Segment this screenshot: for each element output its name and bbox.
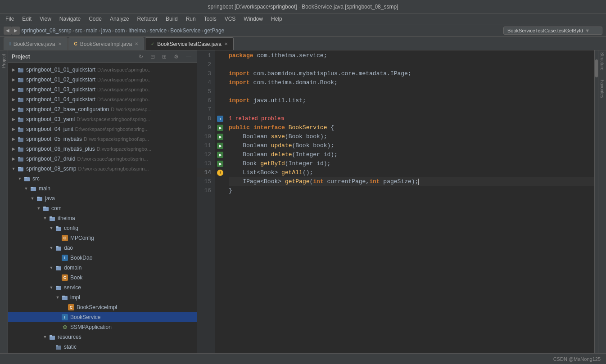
menu-edit[interactable]: Edit: [18, 15, 35, 23]
tree-item[interactable]: ▼service: [8, 283, 197, 292]
breadcrumb-item-java[interactable]: java: [101, 27, 111, 34]
tab-interface-icon: I: [9, 41, 11, 46]
tree-item-label: MPConfig: [70, 235, 94, 241]
tree-item[interactable]: ▶springboot_01_03_quickstartD:\workspace…: [8, 85, 197, 94]
tree-item[interactable]: ▼dao: [8, 243, 197, 253]
code-line: [229, 60, 594, 69]
tree-item[interactable]: ▶springboot_02_base_configurationD:\work…: [8, 104, 197, 114]
status-right-text: CSDN @MaNong125: [553, 356, 601, 362]
code-area[interactable]: package com.itheima.service;import com.b…: [225, 50, 594, 364]
tree-item[interactable]: CBookServiceImpl: [8, 302, 197, 312]
tree-item-icon: [61, 294, 68, 301]
code-line: public interface BookService {: [229, 123, 594, 132]
project-header-settings[interactable]: ⚙: [172, 53, 181, 61]
line-number: 8: [197, 114, 215, 123]
tree-item[interactable]: ▼main: [8, 184, 197, 193]
menu-window[interactable]: Window: [240, 15, 267, 23]
tab-bookserviceimpl-close[interactable]: ✕: [135, 41, 138, 46]
tree-item[interactable]: ▼java: [8, 193, 197, 203]
svg-rect-39: [56, 286, 59, 287]
tree-item[interactable]: ▶springboot_04_junitD:\workspace\springb…: [8, 124, 197, 134]
menu-view[interactable]: View: [36, 15, 55, 23]
line-numbers: 12345678910111213141516: [197, 50, 215, 364]
tree-item[interactable]: ▶springboot_03_yamlD:\workspace\springbo…: [8, 114, 197, 124]
tree-item[interactable]: ▼resources: [8, 332, 197, 342]
tree-item[interactable]: ▶springboot_05_mybatisD:\workspace\sprin…: [8, 134, 197, 144]
breadcrumb-item-src[interactable]: src: [75, 27, 82, 34]
tab-bookservicetestcase[interactable]: ✓ BookServiceTestCase.java ✕: [145, 37, 234, 50]
breadcrumb-item-itheima[interactable]: itheima: [128, 27, 146, 34]
tree-item[interactable]: ▼domain: [8, 263, 197, 273]
tree-item-label: springboot_04_junit: [26, 126, 73, 132]
tree-item[interactable]: ▶springboot_01_04_quickstartD:\workspace…: [8, 94, 197, 104]
gutter-arrow-icon: ▶: [217, 134, 223, 140]
line-number: 9: [197, 123, 215, 132]
tree-item-label: BookServiceImpl: [77, 304, 117, 310]
tree-item[interactable]: ▶springboot_07_druidD:\workspace\springb…: [8, 154, 197, 164]
svg-rect-5: [18, 88, 20, 89]
tree-item[interactable]: CBook: [8, 273, 197, 283]
breadcrumb-item-service[interactable]: service: [149, 27, 167, 34]
code-line: IPage<Book> getPage(int currentPage,int …: [229, 177, 594, 186]
tree-item-label: Book: [70, 274, 82, 281]
tree-item-icon: [36, 195, 43, 202]
breadcrumb-item-main[interactable]: main: [86, 27, 98, 34]
scroll-bar[interactable]: [594, 50, 598, 364]
svg-rect-25: [31, 187, 33, 188]
code-line: [229, 105, 594, 114]
tree-item[interactable]: ✿SSMPApplication: [8, 322, 197, 332]
menu-analyze[interactable]: Analyze: [106, 15, 133, 23]
project-header-collapse[interactable]: ⊟: [149, 53, 157, 61]
menu-help[interactable]: Help: [267, 15, 286, 23]
tree-item[interactable]: ▼springboot_08_ssmpD:\workspace\springbo…: [8, 164, 197, 174]
tree-item-icon: [30, 185, 37, 192]
gutter-cell: ▶: [215, 141, 225, 150]
tree-item[interactable]: IBookService: [8, 312, 197, 322]
menu-navigate[interactable]: Navigate: [56, 15, 84, 23]
project-panel-header: Project ↻ ⊟ ⊞ ⚙ —: [8, 50, 197, 63]
tree-item[interactable]: ▼itheima: [8, 213, 197, 223]
breadcrumb-item-project[interactable]: springboot_08_ssmp: [21, 27, 71, 34]
tree-item[interactable]: ▼impl: [8, 292, 197, 302]
lookup-bar[interactable]: BookServiceTestCase.testGetById ▼: [503, 27, 602, 35]
gutter-cell: I: [215, 114, 225, 123]
breadcrumb-item-com[interactable]: com: [115, 27, 125, 34]
tree-item[interactable]: ▶springboot_06_mybatis_plusD:\workspace\…: [8, 144, 197, 154]
tree-item-path: D:\workspace\springboot\spring...: [77, 117, 150, 122]
breadcrumb-nav-back[interactable]: ◀: [4, 27, 12, 35]
gutter-interface-icon: I: [217, 116, 223, 122]
menu-build[interactable]: Build: [162, 15, 181, 23]
structure-label[interactable]: Structure: [600, 52, 605, 71]
favorites-label[interactable]: Favorites: [600, 80, 605, 98]
breadcrumb-nav-forward[interactable]: ▶: [12, 27, 20, 35]
project-header-refresh[interactable]: ↻: [137, 53, 145, 61]
breadcrumb-item-getpage[interactable]: getPage: [204, 27, 225, 34]
tab-bookservice[interactable]: I BookService.java ✕: [4, 37, 68, 50]
menu-vcs[interactable]: VCS: [221, 15, 240, 23]
code-line: import com.baomidou.mybatisplus.core.met…: [229, 69, 594, 78]
svg-rect-7: [18, 98, 20, 99]
menu-refactor[interactable]: Refactor: [134, 15, 161, 23]
breadcrumb-item-bookservice[interactable]: BookService: [170, 27, 200, 34]
tree-item[interactable]: ▶springboot_01_01_quickstartD:\workspace…: [8, 65, 197, 75]
tree-item[interactable]: ▼src: [8, 174, 197, 184]
tab-bookservice-close[interactable]: ✕: [58, 41, 62, 46]
tree-item[interactable]: ▶springboot_01_02_quickstartD:\workspace…: [8, 75, 197, 85]
project-header-close[interactable]: —: [184, 53, 193, 61]
tree-item[interactable]: CMPConfig: [8, 233, 197, 243]
tree-arrow-icon: ▶: [10, 77, 17, 82]
tab-bookserviceimpl[interactable]: C BookServiceImpl.java ✕: [68, 37, 145, 50]
tree-item[interactable]: static: [8, 342, 197, 352]
project-side-label[interactable]: Project: [1, 52, 6, 70]
tab-bookservicetestcase-close[interactable]: ✕: [224, 41, 228, 46]
project-header-expand[interactable]: ⊞: [160, 53, 168, 61]
tree-item[interactable]: ▼config: [8, 223, 197, 233]
gutter-cell: [215, 69, 225, 78]
line-number: 3: [197, 69, 215, 78]
menu-file[interactable]: File: [2, 15, 18, 23]
menu-run[interactable]: Run: [182, 15, 199, 23]
tree-item[interactable]: ▼com: [8, 203, 197, 213]
tree-item[interactable]: IBookDao: [8, 253, 197, 263]
menu-code[interactable]: Code: [85, 15, 105, 23]
menu-tools[interactable]: Tools: [200, 15, 220, 23]
